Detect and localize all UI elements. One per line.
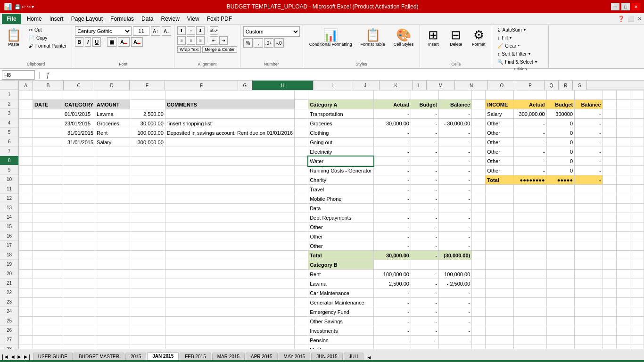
fill-button[interactable]: ↓ Fill ▾ — [495, 34, 514, 41]
cell-j9[interactable]: - — [411, 166, 438, 175]
cell-a27[interactable] — [19, 336, 33, 345]
row-num-23[interactable]: 23 — [0, 297, 18, 307]
cell-j25[interactable]: - — [411, 317, 438, 326]
cell-j12[interactable]: - — [411, 194, 438, 204]
cell-f14[interactable] — [165, 213, 294, 222]
cell-l26[interactable] — [472, 326, 486, 336]
cell-j27[interactable]: - — [411, 336, 438, 345]
cell-e25[interactable] — [130, 317, 165, 326]
cell-c1[interactable] — [63, 90, 95, 100]
cell-n21[interactable] — [513, 279, 546, 288]
cell-f26[interactable] — [165, 326, 294, 336]
cell-s9[interactable] — [630, 166, 644, 175]
sheet-tab-user-guide[interactable]: USER GUIDE — [33, 353, 73, 360]
cell-j28[interactable]: - — [411, 345, 438, 349]
cell-c8[interactable] — [63, 156, 95, 166]
cell-p1[interactable] — [575, 90, 603, 100]
cell-m21[interactable] — [486, 279, 514, 288]
comma-button[interactable]: , — [254, 38, 263, 48]
cell-o11[interactable] — [546, 185, 574, 194]
cell-q28[interactable] — [603, 345, 616, 349]
cell-n27[interactable] — [513, 336, 546, 345]
cell-e16[interactable] — [130, 232, 165, 241]
cell-c18[interactable] — [63, 251, 95, 260]
cell-g15[interactable] — [295, 222, 308, 232]
cell-l8[interactable] — [472, 156, 486, 166]
cell-j7[interactable]: - — [411, 147, 438, 156]
indent-increase-button[interactable]: ⇥ — [219, 36, 228, 45]
cell-g9[interactable] — [295, 166, 308, 175]
cell-r18[interactable] — [616, 251, 630, 260]
cell-b18[interactable] — [33, 251, 63, 260]
cell-c26[interactable] — [63, 326, 95, 336]
cell-o24[interactable] — [546, 307, 574, 317]
cell-a9[interactable] — [19, 166, 33, 175]
cell-j2[interactable]: Budget — [411, 100, 438, 109]
col-header-p[interactable]: P — [516, 81, 545, 90]
cell-h11[interactable]: Travel — [308, 185, 373, 194]
cell-q25[interactable] — [603, 317, 616, 326]
cell-m24[interactable] — [486, 307, 514, 317]
cell-q27[interactable] — [603, 336, 616, 345]
cell-r8[interactable] — [616, 156, 630, 166]
cell-a25[interactable] — [19, 317, 33, 326]
increase-decimal-button[interactable]: .0+ — [264, 38, 273, 48]
cell-n10[interactable]: ●●●●●●●● — [513, 175, 546, 185]
cell-g20[interactable] — [295, 270, 308, 279]
cell-n8[interactable]: - — [513, 156, 546, 166]
cell-m1[interactable] — [486, 90, 514, 100]
sheet-tab-feb-2015[interactable]: FEB 2015 — [180, 353, 211, 360]
cell-m14[interactable] — [486, 213, 514, 222]
fill-color-button[interactable]: A▬ — [118, 37, 130, 47]
cell-l17[interactable] — [472, 241, 486, 251]
cell-q22[interactable] — [603, 288, 616, 298]
cell-e15[interactable] — [130, 222, 165, 232]
cell-p25[interactable] — [575, 317, 603, 326]
cell-m22[interactable] — [486, 288, 514, 298]
cell-a23[interactable] — [19, 298, 33, 307]
cell-s15[interactable] — [630, 222, 644, 232]
cell-n1[interactable] — [513, 90, 546, 100]
cell-b23[interactable] — [33, 298, 63, 307]
file-menu[interactable]: File — [2, 14, 21, 24]
cell-r21[interactable] — [616, 279, 630, 288]
cell-g23[interactable] — [295, 298, 308, 307]
cell-q7[interactable] — [603, 147, 616, 156]
cell-e4[interactable]: 30,000.00 — [130, 119, 165, 128]
font-name-select[interactable]: Century Gothic — [75, 26, 132, 36]
cell-o28[interactable] — [546, 345, 574, 349]
cell-q17[interactable] — [603, 241, 616, 251]
cell-m23[interactable] — [486, 298, 514, 307]
cell-j16[interactable]: - — [411, 232, 438, 241]
cell-h23[interactable]: Generator Maintenance — [308, 298, 373, 307]
cell-f18[interactable] — [165, 251, 294, 260]
cell-b15[interactable] — [33, 222, 63, 232]
cell-i20[interactable]: 100,000.00 — [373, 270, 411, 279]
cell-h1[interactable] — [308, 90, 373, 100]
cell-a5[interactable] — [19, 128, 33, 138]
cell-p16[interactable] — [575, 232, 603, 241]
cell-n28[interactable] — [513, 345, 546, 349]
cell-b11[interactable] — [33, 185, 63, 194]
cell-p17[interactable] — [575, 241, 603, 251]
cell-k11[interactable]: - — [439, 185, 472, 194]
cell-f27[interactable] — [165, 336, 294, 345]
cell-q1[interactable] — [603, 90, 616, 100]
cell-h26[interactable]: Investments — [308, 326, 373, 336]
cell-e8[interactable] — [130, 156, 165, 166]
cell-e13[interactable] — [130, 204, 165, 213]
close-button[interactable]: ✕ — [632, 3, 640, 10]
cell-r28[interactable] — [616, 345, 630, 349]
cell-f3[interactable] — [165, 109, 294, 119]
cell-q26[interactable] — [603, 326, 616, 336]
cell-f13[interactable] — [165, 204, 294, 213]
cell-b5[interactable] — [33, 128, 63, 138]
cell-h15[interactable]: Other — [308, 222, 373, 232]
cell-o6[interactable]: 0 — [546, 138, 574, 147]
cell-a26[interactable] — [19, 326, 33, 336]
cell-r19[interactable] — [616, 260, 630, 270]
underline-button[interactable]: U — [92, 37, 101, 47]
cell-m5[interactable]: Other — [486, 128, 514, 138]
text-angle-button[interactable]: ab↗ — [210, 26, 218, 35]
cell-d7[interactable] — [95, 147, 130, 156]
